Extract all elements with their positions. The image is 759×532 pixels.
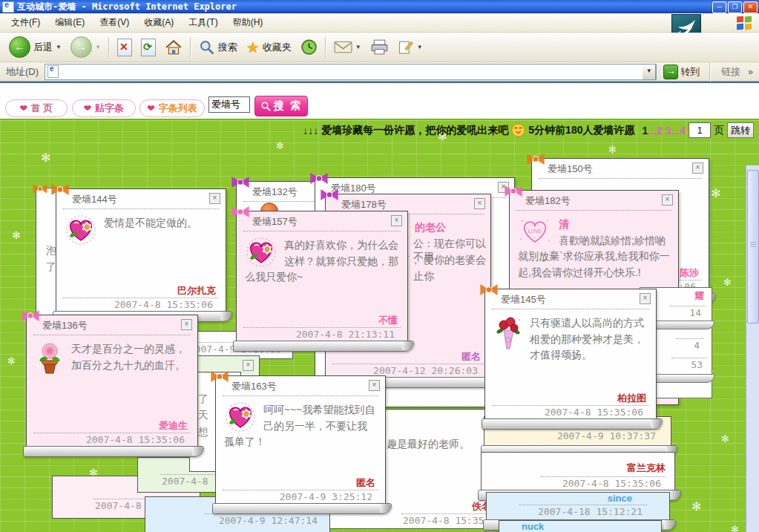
note-title: 爱墙178号 [341,198,387,211]
note-date: 2007-4-8 21:13:11 [243,327,401,341]
note-date: 2007-4-8 15:35:06 [33,433,191,446]
ie-window: { "window": {"title": "互动城市-爱墙 - Microso… [0,0,759,532]
note-card-163: 爱墙163号 × 呵呵~~~我希望能找到自己的另一半，不要让我孤单了！ 匿名 2… [215,375,386,505]
go-label: 转到 [680,65,700,79]
close-note-icon[interactable]: × [391,215,402,226]
edit-dropdown-icon[interactable]: ▼ [417,44,423,50]
browser-toolbar: ← 后退 ▼ → ▼ ✕ ⟳ 搜索 ★ 收藏夹 ▼ ▼ [0,33,759,62]
mail-button[interactable]: ▼ [329,39,366,56]
note-body: 爱情是不能定做的。 [63,209,219,284]
note-signature: 匿名 [223,476,378,490]
history-button[interactable] [296,37,322,57]
nav-home-button[interactable]: ❤ 首 页 [5,99,68,117]
address-label: 地址(D) [3,65,42,79]
close-note-icon[interactable]: × [209,193,220,204]
close-note-icon[interactable]: × [640,293,651,304]
pin-icon [230,205,251,219]
smiley-icon [511,123,525,137]
page-link-3-4[interactable]: 3...4 [666,125,686,137]
note-date: 2007-4-8 15:35:06 [63,298,219,311]
menu-edit[interactable]: 编辑(E) [48,14,91,31]
wall-number-input[interactable] [208,96,250,113]
stop-button[interactable]: ✕ [113,37,137,58]
forward-icon: → [70,36,92,58]
note-signature: 巴尔扎克 [63,284,219,298]
window-title: 互动城市-爱墙 - Microsoft Internet Explorer [17,1,237,13]
mail-dropdown-icon[interactable]: ▼ [355,44,361,50]
edit-icon [398,39,414,55]
note-text: 只有驱遣人以高尚的方式相爱的那种爱神才是美， 才值得颂扬。 [530,317,644,361]
history-icon [300,39,318,56]
close-note-icon[interactable]: × [243,360,254,371]
forward-dropdown-icon: ▼ [95,44,101,50]
menu-help[interactable]: 帮助(H) [226,14,270,31]
flower-decoration: ✻ [608,144,617,155]
minimize-button[interactable]: ─ [712,1,726,13]
nav-list-label: 字条列表 [159,102,197,115]
page-number-input[interactable] [689,122,711,138]
go-button[interactable]: → 转到 [660,65,703,79]
close-note-icon[interactable]: × [369,380,380,391]
wall-search-button[interactable]: 搜 索 [254,96,308,116]
close-note-icon[interactable]: × [692,162,703,174]
links-overflow-icon[interactable]: » [748,67,756,77]
menu-file[interactable]: 文件(F) [4,14,47,31]
nav-post-label: 贴字条 [95,102,124,115]
address-dropdown-icon[interactable]: ▼ [643,64,656,80]
address-input[interactable] [61,65,643,79]
note-signature: 柏拉图 [492,392,649,405]
marquee-stat: 5分钟前180人爱墙许愿 [528,124,634,137]
links-label[interactable]: 链接 [717,65,745,79]
flower-decoration: ✻ [721,433,729,444]
note-date: 2007-4-8 15:35:06 [541,476,666,489]
flower-decoration: ✻ [41,151,50,165]
nav-post-button[interactable]: ❤ 贴字条 [72,99,136,117]
nav-list-button[interactable]: ❤ 字条列表 [139,99,205,117]
close-note-icon[interactable]: × [181,319,192,330]
page-link-2[interactable]: ...2 [648,125,662,137]
note-signature: 富兰克林 [627,462,666,475]
home-icon [165,39,183,56]
pin-icon [50,183,70,197]
heart-icon: ❤ [147,104,154,113]
note-date: 53 [671,358,707,370]
note-signature: since [608,493,632,504]
menu-view[interactable]: 查看(V) [93,14,136,31]
note-text: 了， 爱你的老婆会 [400,254,486,267]
search-button[interactable]: 搜索 [194,38,242,57]
note-card-157: 爱墙157号 × 真的好喜欢你，为什么会这样？就算你只爱她，那么我只爱你~ 不懂… [236,211,408,343]
back-label: 后退 [33,41,53,54]
menu-tools[interactable]: 工具(T) [182,14,224,31]
flower-decoration: ✻ [711,186,720,200]
note-body: 真的好喜欢你，为什么会这样？就算你只爱她，那么我只爱你~ [243,231,401,314]
page-unit-label: 页 [714,124,724,137]
star-icon: ★ [246,39,260,56]
favorites-button[interactable]: ★ 收藏夹 [242,37,296,58]
edit-button[interactable]: ▼ [393,38,427,56]
back-button[interactable]: ← 后退 ▼ [4,35,66,59]
pin-icon [230,175,251,189]
maximize-button[interactable]: ❐ [728,1,742,13]
windows-logo-icon [737,16,753,31]
print-button[interactable] [366,38,393,56]
close-note-icon[interactable]: × [662,194,673,206]
menu-favorites[interactable]: 收藏(A) [137,14,180,31]
home-button[interactable] [160,38,187,57]
back-dropdown-icon[interactable]: ▼ [56,44,62,50]
note-body: 只有驱遣人以高尚的方式相爱的那种爱神才是美， 才值得颂扬。 [492,309,649,392]
note-title: 爱墙150号 [548,162,593,176]
note-recipient: 清 [559,218,569,230]
refresh-button[interactable]: ⟳ [137,37,160,58]
jump-button[interactable]: 跳转 [727,122,754,138]
paper-curl [23,446,204,457]
marquee-arrows: ↓↓↓ [303,125,318,137]
menu-bar: 文件(F) 编辑(E) 查看(V) 收藏(A) 工具(T) 帮助(H) [0,13,759,33]
close-note-icon[interactable]: × [474,198,485,209]
flower-decoration: ✻ [731,524,739,532]
forward-button[interactable]: → ▼ [66,35,105,59]
pin-icon [319,188,340,202]
vertical-scrollbar[interactable] [746,165,759,532]
scrollbar-thumb[interactable] [747,170,759,324]
site-nav-bar: ❤ 首 页 ❤ 贴字条 ❤ 字条列表 搜 索 [0,91,759,119]
close-button[interactable]: ✕ [743,1,758,13]
